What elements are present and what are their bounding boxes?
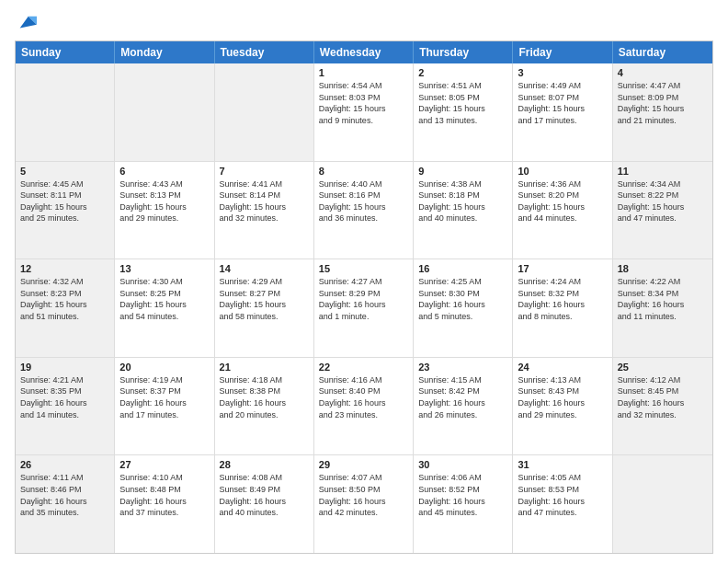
cell-info: Sunrise: 4:27 AM Sunset: 8:29 PM Dayligh… — [319, 276, 408, 322]
day-number: 8 — [319, 166, 408, 177]
cell-info: Sunrise: 4:21 AM Sunset: 8:35 PM Dayligh… — [20, 374, 109, 420]
cell-info: Sunrise: 4:06 AM Sunset: 8:52 PM Dayligh… — [418, 472, 507, 518]
calendar-cell-day-20: 20Sunrise: 4:19 AM Sunset: 8:37 PM Dayli… — [115, 358, 214, 455]
day-number: 7 — [220, 166, 309, 177]
header-day-sunday: Sunday — [16, 41, 115, 63]
calendar-cell-day-16: 16Sunrise: 4:25 AM Sunset: 8:30 PM Dayli… — [414, 259, 513, 357]
cell-info: Sunrise: 4:10 AM Sunset: 8:48 PM Dayligh… — [119, 472, 209, 518]
day-number: 17 — [518, 263, 607, 274]
header-day-tuesday: Tuesday — [215, 41, 314, 63]
calendar-cell-day-8: 8Sunrise: 4:40 AM Sunset: 8:16 PM Daylig… — [314, 162, 414, 259]
calendar-cell-empty — [115, 63, 214, 161]
day-number: 13 — [119, 263, 209, 274]
calendar-cell-day-4: 4Sunrise: 4:47 AM Sunset: 8:09 PM Daylig… — [613, 63, 712, 161]
calendar-cell-day-31: 31Sunrise: 4:05 AM Sunset: 8:53 PM Dayli… — [513, 455, 612, 553]
cell-info: Sunrise: 4:51 AM Sunset: 8:05 PM Dayligh… — [418, 80, 507, 126]
logo — [15, 15, 37, 31]
calendar-cell-day-27: 27Sunrise: 4:10 AM Sunset: 8:48 PM Dayli… — [115, 455, 214, 553]
calendar-cell-day-10: 10Sunrise: 4:36 AM Sunset: 8:20 PM Dayli… — [513, 162, 612, 259]
calendar-cell-day-21: 21Sunrise: 4:18 AM Sunset: 8:38 PM Dayli… — [215, 358, 314, 455]
day-number: 27 — [119, 459, 209, 470]
cell-info: Sunrise: 4:18 AM Sunset: 8:38 PM Dayligh… — [220, 374, 309, 420]
cell-info: Sunrise: 4:05 AM Sunset: 8:53 PM Dayligh… — [518, 472, 607, 518]
cell-info: Sunrise: 4:11 AM Sunset: 8:46 PM Dayligh… — [20, 472, 109, 518]
day-number: 12 — [20, 263, 109, 274]
header-day-friday: Friday — [513, 41, 612, 63]
day-number: 28 — [220, 459, 309, 470]
calendar-cell-day-1: 1Sunrise: 4:54 AM Sunset: 8:03 PM Daylig… — [314, 63, 414, 161]
day-number: 5 — [20, 166, 109, 177]
day-number: 30 — [418, 459, 507, 470]
day-number: 9 — [418, 166, 507, 177]
cell-info: Sunrise: 4:47 AM Sunset: 8:09 PM Dayligh… — [618, 80, 708, 126]
cell-info: Sunrise: 4:45 AM Sunset: 8:11 PM Dayligh… — [20, 178, 109, 224]
day-number: 31 — [518, 459, 607, 470]
day-number: 29 — [319, 459, 408, 470]
cell-info: Sunrise: 4:29 AM Sunset: 8:27 PM Dayligh… — [220, 276, 309, 322]
calendar-cell-day-30: 30Sunrise: 4:06 AM Sunset: 8:52 PM Dayli… — [414, 455, 513, 553]
cell-info: Sunrise: 4:24 AM Sunset: 8:32 PM Dayligh… — [518, 276, 607, 322]
calendar-cell-empty — [16, 63, 115, 161]
day-number: 26 — [20, 459, 109, 470]
cell-info: Sunrise: 4:12 AM Sunset: 8:45 PM Dayligh… — [618, 374, 708, 420]
calendar-cell-day-19: 19Sunrise: 4:21 AM Sunset: 8:35 PM Dayli… — [16, 358, 115, 455]
header-day-thursday: Thursday — [414, 41, 513, 63]
calendar-cell-day-11: 11Sunrise: 4:34 AM Sunset: 8:22 PM Dayli… — [613, 162, 712, 259]
day-number: 2 — [418, 67, 507, 78]
calendar-row-4: 26Sunrise: 4:11 AM Sunset: 8:46 PM Dayli… — [16, 455, 712, 553]
calendar-cell-day-2: 2Sunrise: 4:51 AM Sunset: 8:05 PM Daylig… — [414, 63, 513, 161]
calendar-cell-day-5: 5Sunrise: 4:45 AM Sunset: 8:11 PM Daylig… — [16, 162, 115, 259]
cell-info: Sunrise: 4:54 AM Sunset: 8:03 PM Dayligh… — [319, 80, 408, 126]
day-number: 19 — [20, 362, 109, 373]
calendar-cell-day-26: 26Sunrise: 4:11 AM Sunset: 8:46 PM Dayli… — [16, 455, 115, 553]
calendar-cell-empty — [215, 63, 314, 161]
cell-info: Sunrise: 4:13 AM Sunset: 8:43 PM Dayligh… — [518, 374, 607, 420]
calendar-cell-day-18: 18Sunrise: 4:22 AM Sunset: 8:34 PM Dayli… — [613, 259, 712, 357]
day-number: 1 — [319, 67, 408, 78]
page: SundayMondayTuesdayWednesdayThursdayFrid… — [0, 0, 728, 563]
header-day-saturday: Saturday — [613, 41, 712, 63]
cell-info: Sunrise: 4:32 AM Sunset: 8:23 PM Dayligh… — [20, 276, 109, 322]
cell-info: Sunrise: 4:16 AM Sunset: 8:40 PM Dayligh… — [319, 374, 408, 420]
day-number: 6 — [119, 166, 209, 177]
calendar-cell-day-24: 24Sunrise: 4:13 AM Sunset: 8:43 PM Dayli… — [513, 358, 612, 455]
calendar-row-2: 12Sunrise: 4:32 AM Sunset: 8:23 PM Dayli… — [16, 259, 712, 358]
day-number: 4 — [618, 67, 708, 78]
cell-info: Sunrise: 4:49 AM Sunset: 8:07 PM Dayligh… — [518, 80, 607, 126]
day-number: 3 — [518, 67, 607, 78]
calendar-cell-day-28: 28Sunrise: 4:08 AM Sunset: 8:49 PM Dayli… — [215, 455, 314, 553]
calendar-cell-day-6: 6Sunrise: 4:43 AM Sunset: 8:13 PM Daylig… — [115, 162, 214, 259]
calendar: SundayMondayTuesdayWednesdayThursdayFrid… — [15, 40, 713, 554]
calendar-cell-day-17: 17Sunrise: 4:24 AM Sunset: 8:32 PM Dayli… — [513, 259, 612, 357]
header-day-wednesday: Wednesday — [314, 41, 414, 63]
cell-info: Sunrise: 4:43 AM Sunset: 8:13 PM Dayligh… — [119, 178, 209, 224]
day-number: 10 — [518, 166, 607, 177]
calendar-cell-day-22: 22Sunrise: 4:16 AM Sunset: 8:40 PM Dayli… — [314, 358, 414, 455]
calendar-body: 1Sunrise: 4:54 AM Sunset: 8:03 PM Daylig… — [16, 63, 712, 553]
header — [15, 15, 713, 31]
calendar-cell-day-13: 13Sunrise: 4:30 AM Sunset: 8:25 PM Dayli… — [115, 259, 214, 357]
cell-info: Sunrise: 4:30 AM Sunset: 8:25 PM Dayligh… — [119, 276, 209, 322]
logo-icon — [17, 13, 37, 33]
day-number: 18 — [618, 263, 708, 274]
calendar-row-1: 5Sunrise: 4:45 AM Sunset: 8:11 PM Daylig… — [16, 162, 712, 260]
cell-info: Sunrise: 4:36 AM Sunset: 8:20 PM Dayligh… — [518, 178, 607, 224]
day-number: 20 — [119, 362, 209, 373]
calendar-cell-day-12: 12Sunrise: 4:32 AM Sunset: 8:23 PM Dayli… — [16, 259, 115, 357]
calendar-cell-day-14: 14Sunrise: 4:29 AM Sunset: 8:27 PM Dayli… — [215, 259, 314, 357]
day-number: 11 — [618, 166, 708, 177]
day-number: 16 — [418, 263, 507, 274]
calendar-row-0: 1Sunrise: 4:54 AM Sunset: 8:03 PM Daylig… — [16, 63, 712, 162]
cell-info: Sunrise: 4:34 AM Sunset: 8:22 PM Dayligh… — [618, 178, 708, 224]
calendar-cell-day-15: 15Sunrise: 4:27 AM Sunset: 8:29 PM Dayli… — [314, 259, 414, 357]
cell-info: Sunrise: 4:38 AM Sunset: 8:18 PM Dayligh… — [418, 178, 507, 224]
calendar-cell-day-7: 7Sunrise: 4:41 AM Sunset: 8:14 PM Daylig… — [215, 162, 314, 259]
calendar-cell-day-9: 9Sunrise: 4:38 AM Sunset: 8:18 PM Daylig… — [414, 162, 513, 259]
cell-info: Sunrise: 4:08 AM Sunset: 8:49 PM Dayligh… — [220, 472, 309, 518]
calendar-cell-day-25: 25Sunrise: 4:12 AM Sunset: 8:45 PM Dayli… — [613, 358, 712, 455]
day-number: 24 — [518, 362, 607, 373]
cell-info: Sunrise: 4:15 AM Sunset: 8:42 PM Dayligh… — [418, 374, 507, 420]
cell-info: Sunrise: 4:41 AM Sunset: 8:14 PM Dayligh… — [220, 178, 309, 224]
header-day-monday: Monday — [115, 41, 214, 63]
day-number: 23 — [418, 362, 507, 373]
